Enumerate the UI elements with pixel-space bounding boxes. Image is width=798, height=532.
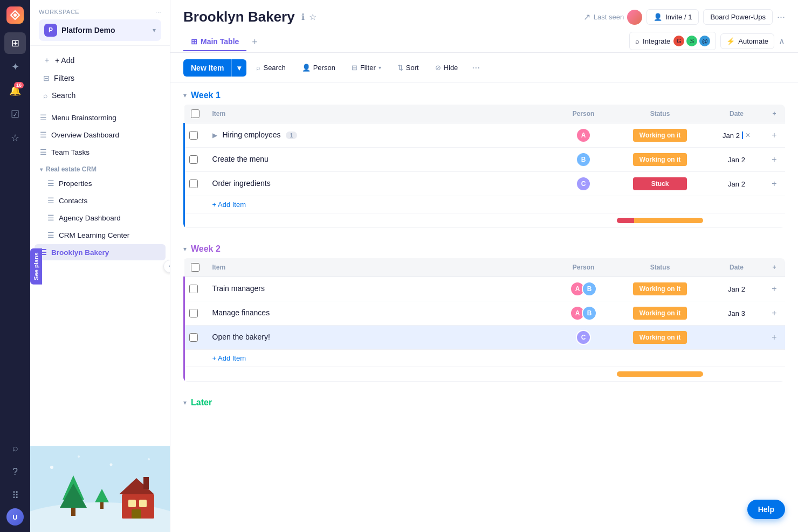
filter-chevron-icon: ▾ <box>379 65 381 71</box>
board-power-ups-button[interactable]: Board Power-Ups <box>703 9 773 25</box>
date-cell[interactable]: Jan 2 <box>710 172 763 196</box>
add-button[interactable]: ＋ + Add <box>39 52 161 68</box>
week2-collapse-icon[interactable]: ▾ <box>183 245 187 253</box>
search-toolbar-button[interactable]: ⌕ Search <box>250 60 292 75</box>
row-checkbox-cell <box>184 148 206 172</box>
item-cell[interactable]: Manage finances + <box>206 301 557 326</box>
add-item-row[interactable]: + Add Item <box>184 196 786 213</box>
search-rail-icon[interactable]: ⌕ <box>4 437 26 459</box>
see-plans-tab[interactable]: See plans <box>30 248 42 284</box>
help-button[interactable]: Help <box>747 500 785 519</box>
star-icon[interactable]: ☆ <box>309 12 317 22</box>
status-cell[interactable]: Working on it <box>610 123 710 148</box>
tab-main-table[interactable]: ⊞ Main Table <box>183 33 246 51</box>
app-logo[interactable] <box>6 6 24 24</box>
hide-button[interactable]: ⊘ Hide <box>429 60 465 75</box>
item-cell[interactable]: Order ingredients + <box>206 172 557 196</box>
date-cell[interactable]: Jan 2 <box>710 148 763 172</box>
week1-select-all[interactable] <box>191 109 200 118</box>
filter-button[interactable]: ⊟ Filter ▾ <box>345 60 388 75</box>
date-cursor <box>742 132 743 139</box>
add-item-label[interactable]: + Add Item <box>206 350 786 367</box>
status-badge: Working on it <box>633 153 687 166</box>
sidebar-item-agency-dashboard[interactable]: ☰ Agency Dashboard <box>35 210 166 226</box>
nav-label-menu-brainstorming: Menu Brainstorming <box>51 114 116 122</box>
header-more-icon[interactable]: ··· <box>777 11 785 23</box>
real-estate-crm-section[interactable]: ▾ Real estate CRM <box>35 161 166 175</box>
week2-plus-header[interactable]: + <box>763 258 785 277</box>
help-rail-icon[interactable]: ? <box>4 461 26 482</box>
sidebar-item-overview-dashboard[interactable]: ☰ Overview Dashboard <box>35 127 166 143</box>
row-checkbox[interactable] <box>189 179 198 188</box>
item-cell[interactable]: Train managers + <box>206 277 557 301</box>
see-plans-container: See plans <box>30 248 42 284</box>
plus-cell[interactable]: + <box>763 326 785 350</box>
plugins-icon[interactable]: ✦ <box>4 56 26 78</box>
sidebar-item-brooklyn-bakery[interactable]: ☰ Brooklyn Bakery <box>35 244 166 260</box>
row-checkbox[interactable] <box>189 285 198 293</box>
plus-cell[interactable]: + <box>763 277 785 301</box>
row-checkbox[interactable] <box>189 155 198 164</box>
plus-cell[interactable]: + <box>763 123 785 148</box>
date-close-icon[interactable]: ✕ <box>745 132 751 139</box>
sidebar-item-menu-brainstorming[interactable]: ☰ Menu Brainstorming <box>35 109 166 126</box>
date-cell[interactable]: Jan 2 ✕ <box>710 123 763 148</box>
sidebar-item-team-tasks[interactable]: ☰ Team Tasks <box>35 144 166 160</box>
new-item-button[interactable]: New Item ▾ <box>183 59 246 77</box>
sidebar-item-crm-learning[interactable]: ☰ CRM Learning Center <box>35 227 166 243</box>
integrate-button[interactable]: ⌕ Integrate G S @ <box>629 32 716 50</box>
date-cell[interactable] <box>710 326 763 350</box>
item-cell[interactable]: Create the menu + <box>206 148 557 172</box>
sidebar-item-properties[interactable]: ☰ Properties <box>35 175 166 191</box>
nav-icon-menu: ☰ <box>40 113 47 122</box>
tab-add-button[interactable]: + <box>246 32 263 52</box>
item-cell[interactable]: Open the bakery! + <box>206 326 557 350</box>
status-cell[interactable]: Working on it <box>610 148 710 172</box>
board-title-row: Brooklyn Bakery ℹ ☆ ↗ Last seen 👤 Invite… <box>183 9 785 25</box>
item-cell[interactable]: ▶ Hiring employees 1 + <box>206 123 557 148</box>
platform-demo-button[interactable]: P Platform Demo ▾ <box>39 19 161 41</box>
svg-point-14 <box>50 466 53 469</box>
plus-cell[interactable]: + <box>763 172 785 196</box>
favorites-star-icon[interactable]: ☆ <box>4 127 26 149</box>
week1-plus-header[interactable]: + <box>763 105 785 123</box>
plus-cell[interactable]: + <box>763 301 785 326</box>
apps-dots-icon[interactable]: ⠿ <box>4 485 26 506</box>
automate-button[interactable]: ⚡ Automate <box>720 33 774 49</box>
inbox-icon[interactable]: ☑ <box>4 103 26 125</box>
person-button[interactable]: 👤 Person <box>295 60 342 75</box>
expand-icon[interactable]: ▶ <box>212 132 217 139</box>
row-checkbox[interactable] <box>189 333 198 342</box>
notification-bell-icon[interactable]: 🔔 16 <box>4 80 26 101</box>
status-cell[interactable]: Stuck <box>610 172 710 196</box>
add-item-label[interactable]: + Add Item <box>206 196 786 213</box>
plus-cell[interactable]: + <box>763 148 785 172</box>
add-item-row[interactable]: + Add Item <box>184 350 786 367</box>
status-cell[interactable]: Working on it <box>610 301 710 326</box>
nav-icon-agency: ☰ <box>47 213 54 222</box>
board-title: Brooklyn Bakery <box>183 9 295 25</box>
date-cell[interactable]: Jan 2 <box>710 277 763 301</box>
date-cell[interactable]: Jan 3 <box>710 301 763 326</box>
week2-select-all[interactable] <box>191 263 200 272</box>
row-checkbox[interactable] <box>189 131 198 140</box>
apps-grid-icon[interactable]: ⊞ <box>4 32 26 54</box>
invite-button[interactable]: 👤 Invite / 1 <box>646 9 699 25</box>
status-cell[interactable]: Working on it <box>610 326 710 350</box>
status-cell[interactable]: Working on it <box>610 277 710 301</box>
user-avatar-rail[interactable]: U <box>6 508 24 526</box>
filters-button[interactable]: ⊟ Filters <box>39 71 161 86</box>
workspace-more-icon[interactable]: ··· <box>155 9 161 15</box>
row-checkbox[interactable] <box>189 309 198 317</box>
new-item-dropdown-icon[interactable]: ▾ <box>231 59 246 77</box>
new-item-label[interactable]: New Item <box>183 59 231 77</box>
sort-button[interactable]: ⇅ Sort <box>391 60 425 75</box>
collapse-header-icon[interactable]: ∧ <box>779 36 785 46</box>
week1-collapse-icon[interactable]: ▾ <box>183 92 187 99</box>
info-icon[interactable]: ℹ <box>301 12 305 22</box>
sidebar-item-contacts[interactable]: ☰ Contacts <box>35 192 166 209</box>
later-collapse-icon[interactable]: ▾ <box>183 399 187 406</box>
integrate-icons: G S @ <box>673 36 710 46</box>
search-button[interactable]: ⌕ Search <box>39 88 161 103</box>
toolbar-more-icon[interactable]: ··· <box>467 58 484 77</box>
